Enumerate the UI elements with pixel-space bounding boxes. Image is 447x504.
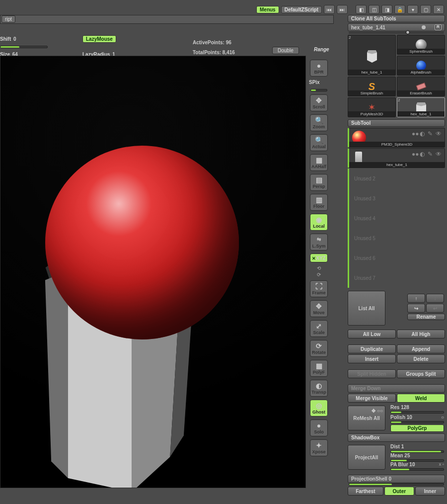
movedown-button[interactable]: ↓ [426,294,444,303]
move-button[interactable]: ✥Move [310,300,328,317]
projectall-button[interactable]: ProjectAll [348,445,385,470]
subtool-unused[interactable]: Unused 6 [348,248,445,268]
dock-right-icon[interactable]: ◨ [381,5,392,14]
zscript-bar: ript [0,15,334,24]
moveup-button[interactable]: ↑ [407,294,425,303]
persp-button[interactable]: ▤Persp [310,174,328,191]
maximize-icon[interactable]: ▢ [420,5,431,14]
subtool-unused[interactable]: Unused 5 [348,228,445,248]
clone-subtools-header[interactable]: Clone All SubTools [348,15,445,22]
scroll-button[interactable]: ✥Scroll [310,94,328,111]
range-label: Range [314,47,329,52]
subtool-header[interactable]: SubTool [348,119,445,127]
dock-left-icon[interactable]: ◧ [356,5,367,14]
scale-button[interactable]: ⤢Scale [310,320,328,337]
actual-button[interactable]: 🔍Actual [310,134,328,151]
remeshall-button[interactable]: ✥ ○○ ReMesh All [348,406,385,430]
lock-icon[interactable]: 🔒 [394,5,405,14]
subtool-unused[interactable]: Unused 4 [348,208,445,228]
dock-split-icon[interactable]: ◫ [369,5,379,14]
transp-button[interactable]: ◐Transp [310,380,328,397]
rename-button[interactable]: Rename [407,314,445,320]
tool-thumb-PolyMesh3D[interactable]: ✶PolyMesh3D [348,97,396,117]
activepoints-label: ActivePoints: [193,40,224,45]
mergedown-button[interactable]: Merge Down [348,384,445,393]
polish-circle-icon[interactable]: ○ [441,415,444,420]
lsym-button[interactable]: ⇋L.Sym [310,234,328,251]
pablur-label: PA Blur [390,462,408,467]
append-button[interactable]: Append [397,344,445,353]
dist-slider[interactable] [390,450,444,453]
polyf-button[interactable]: ▦PolyF [310,360,328,377]
nav-prev-icon[interactable]: ⏮ [324,5,335,14]
tool-filenum: 41 [380,25,385,30]
alllow-button[interactable]: All Low [348,330,396,338]
double-button[interactable]: Double [272,47,299,54]
zintensity-label: Shift [0,36,11,42]
local-button[interactable]: ◉Local [310,214,328,231]
menus-button[interactable]: Menus [256,6,279,13]
paste-button[interactable]: ↩ [426,304,444,313]
spix-slider[interactable] [310,89,327,91]
tool-thumb-hex_tube_1[interactable]: 2hex_tube_1 [397,97,445,117]
insert-button[interactable]: Insert [348,354,396,363]
res-slider[interactable] [390,411,444,414]
shadowbox-button[interactable]: ShadowBox [348,433,445,442]
subtool-unused[interactable]: Unused 3 [348,188,445,208]
frame-button[interactable]: ⛶Frame [310,280,328,297]
lazymouse-toggle[interactable]: LazyMouse [82,35,116,43]
solo-button[interactable]: ●Solo [310,420,328,436]
rot-z-icon[interactable]: ⟳ [317,272,321,277]
r-button[interactable]: R [435,24,442,30]
bpr-button[interactable]: ●BPR [310,60,328,77]
zintensity-slider[interactable] [0,46,48,48]
mean-slider[interactable] [390,459,444,462]
subtool-unused[interactable]: Unused 7 [348,268,445,288]
allhigh-button[interactable]: All High [397,330,445,338]
rotate-button[interactable]: ⟳Rotate [310,340,328,357]
weld-button[interactable]: Weld [397,394,445,403]
tool-slider[interactable] [349,32,444,34]
subtool-item-hex_tube_1[interactable]: ●●◐✎👁hex_tube_1 [348,148,445,168]
tool-thumb-hex_tube_1[interactable]: 2hex_tube_1 [348,35,396,76]
tool-thumb-EraserBrush[interactable]: EraserBrush [397,77,445,96]
polish-slider[interactable] [390,421,444,423]
minimize-icon[interactable]: ▾ [407,5,418,14]
subtool-unused[interactable]: Unused 2 [348,168,445,188]
groupsplit-button[interactable]: Groups Split [397,369,445,378]
polygrp-button[interactable]: PolyGrp [390,424,444,432]
xpose-button[interactable]: ✦Xpose [310,439,328,456]
close-icon[interactable]: ✕ [433,5,444,14]
inner-button[interactable]: Inner [415,487,445,496]
tool-slider-dot[interactable] [422,25,426,29]
ghost-button[interactable]: ◎Ghost [310,400,328,417]
zoom-button[interactable]: 🔍Zoom [310,114,328,131]
duplicate-button[interactable]: Duplicate [348,344,396,353]
tool-thumb-AlphaBrush[interactable]: AlphaBrush [397,56,445,76]
mean-value: 25 [404,453,410,458]
projectionshell-row[interactable]: ProjectionShell 0 [348,475,445,483]
tool-thumb-SimpleBrush[interactable]: SSimpleBrush [348,77,396,96]
pablur-value: 10 [409,462,415,467]
tool-thumb-SphereBrush[interactable]: SphereBrush [397,35,445,55]
projshell-slider[interactable] [349,483,444,486]
copy-button[interactable]: ↪ [407,304,425,313]
outer-button[interactable]: Outer [384,487,414,496]
aahalf-button[interactable]: ▦AAHalf [310,154,328,171]
floor-button[interactable]: ▥Floor [310,194,328,211]
totalpoints-value: 8,416 [223,50,235,55]
listall-button[interactable]: List All [348,291,385,326]
zscript-tab[interactable]: ript [1,15,15,23]
delete-button[interactable]: Delete [397,354,445,363]
nav-next-icon[interactable]: ⏭ [337,5,348,14]
subtool-item-PM3D_Sphere3D[interactable]: ●●◐✎👁PM3D_Sphere3D [348,128,445,148]
pablur-lock-icon[interactable]: х ▫ [439,462,444,467]
pablur-slider[interactable] [390,468,444,471]
rot-y-icon[interactable]: ⟲ [317,265,321,271]
mergevisible-button[interactable]: Merge Visible [348,394,396,403]
splithidden-button[interactable]: Split Hidden [348,369,396,378]
xyz-button[interactable]: ✕XYZ [310,253,328,262]
viewport[interactable] [0,56,306,488]
farthest-button[interactable]: Farthest [348,487,383,496]
default-zscript-button[interactable]: DefaultZScript [281,6,322,13]
